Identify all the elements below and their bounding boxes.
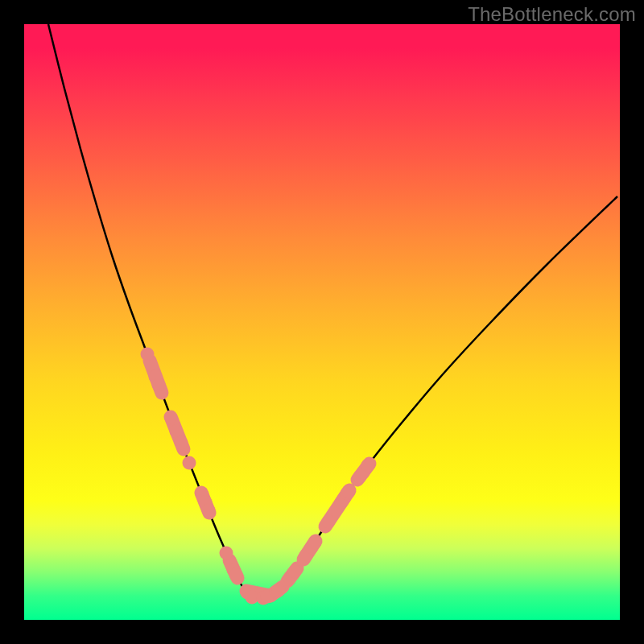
curve-marker <box>164 411 178 424</box>
curve-marker <box>202 504 216 518</box>
curve-marker <box>272 584 286 597</box>
curve-marker <box>220 547 233 560</box>
curve-marker <box>308 536 322 550</box>
curve-marker <box>183 456 196 470</box>
watermark: TheBottleneck.com <box>468 3 636 26</box>
chart-frame: TheBottleneck.com <box>0 0 644 644</box>
curve-marker <box>342 485 356 499</box>
curve-marker <box>152 378 166 392</box>
plot-area <box>24 24 620 620</box>
marker-pill-group <box>150 361 369 596</box>
curve-marker <box>141 348 155 361</box>
marker-dot-group <box>141 348 375 605</box>
curve-layer <box>24 24 620 620</box>
curve-marker <box>175 436 188 450</box>
curve-marker <box>322 515 336 529</box>
curve-marker <box>361 459 375 473</box>
curve-marker <box>288 565 302 579</box>
curve-marker <box>229 568 243 582</box>
